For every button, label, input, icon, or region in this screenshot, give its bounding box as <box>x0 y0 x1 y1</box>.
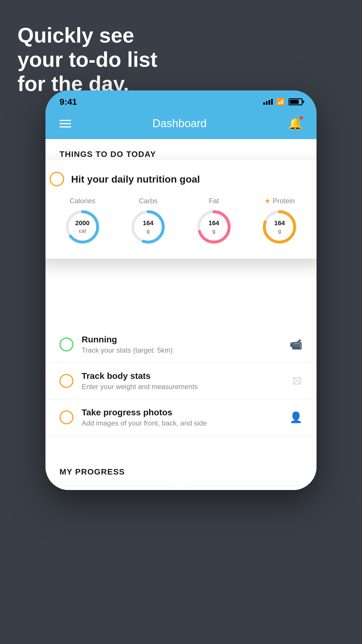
hamburger-menu[interactable] <box>59 120 71 127</box>
photos-icon: 👤 <box>289 411 303 424</box>
protein-value: 164g <box>274 219 285 235</box>
body-stats-checkbox[interactable] <box>59 374 73 388</box>
battery-icon <box>289 98 303 105</box>
todo-item-body-stats[interactable]: Track body stats Enter your weight and m… <box>45 363 317 399</box>
body-stats-subtitle: Enter your weight and measurements <box>82 383 284 391</box>
nav-title: Dashboard <box>152 117 207 130</box>
wifi-icon: 📶 <box>276 98 285 106</box>
body-stats-title: Track body stats <box>82 371 284 381</box>
signal-icon <box>263 99 273 105</box>
card-header: Hit your daily nutrition goal <box>50 172 312 186</box>
fat-donut: 164g <box>195 208 233 246</box>
phone-wrapper: 9:41 📶 Dashboard <box>45 90 317 490</box>
protein-label: ★ Protein <box>264 197 295 205</box>
notification-dot <box>299 116 304 120</box>
protein-donut: 164g <box>261 208 298 246</box>
nutrition-card: Hit your daily nutrition goal Calories <box>45 160 317 259</box>
nutrition-calories: Calories 2000cal <box>64 197 101 246</box>
calories-donut: 2000cal <box>64 208 101 246</box>
status-bar: 9:41 📶 <box>45 90 317 111</box>
photos-title: Take progress photos <box>82 407 281 417</box>
body-stats-icon: ⛝ <box>292 375 303 387</box>
running-text: Running Track your stats (target: 5km) <box>82 335 281 354</box>
nutrition-protein: ★ Protein 164g <box>261 197 298 246</box>
body-fat-card: Body Fat 23 % <box>184 485 303 490</box>
nutrition-fat: Fat 164g <box>195 197 233 246</box>
calories-label: Calories <box>70 197 95 205</box>
status-time: 9:41 <box>59 97 77 107</box>
card-title: Hit your daily nutrition goal <box>71 174 200 185</box>
photos-subtitle: Add images of your front, back, and side <box>82 419 281 427</box>
nav-bar: Dashboard 🔔 <box>45 111 317 139</box>
todo-item-photos[interactable]: Take progress photos Add images of your … <box>45 399 317 436</box>
progress-cards: Body Weight 100 kg <box>59 485 303 490</box>
nutrition-checkbox[interactable] <box>50 172 64 186</box>
photos-checkbox[interactable] <box>59 410 73 424</box>
fat-label: Fat <box>209 197 219 205</box>
running-subtitle: Track your stats (target: 5km) <box>82 346 281 354</box>
body-weight-card: Body Weight 100 kg <box>59 485 178 490</box>
carbs-value: 164g <box>143 219 154 235</box>
status-icons: 📶 <box>263 98 303 106</box>
nutrition-row: Calories 2000cal <box>50 197 312 246</box>
notification-bell-icon[interactable]: 🔔 <box>288 117 303 130</box>
fat-value: 164g <box>208 219 219 235</box>
photos-text: Take progress photos Add images of your … <box>82 407 281 427</box>
progress-header: MY PROGRESS <box>59 467 303 477</box>
carbs-donut: 164g <box>129 208 167 246</box>
progress-section: MY PROGRESS Body Weight 100 kg <box>45 453 317 490</box>
phone: 9:41 📶 Dashboard <box>45 90 317 490</box>
nutrition-carbs: Carbs 164g <box>129 197 167 246</box>
running-title: Running <box>82 335 281 344</box>
star-icon: ★ <box>264 197 271 205</box>
todo-item-running[interactable]: Running Track your stats (target: 5km) 📹 <box>45 326 317 363</box>
running-checkbox[interactable] <box>59 337 73 351</box>
carbs-label: Carbs <box>139 197 157 205</box>
main-content: THINGS TO DO TODAY Hit your daily nutrit… <box>45 139 317 490</box>
calories-value: 2000cal <box>75 219 89 235</box>
body-stats-text: Track body stats Enter your weight and m… <box>82 371 284 391</box>
todo-list: Running Track your stats (target: 5km) 📹… <box>45 326 317 436</box>
running-icon: 📹 <box>289 338 303 351</box>
hero-text: Quickly see your to-do list for the day. <box>17 23 157 96</box>
